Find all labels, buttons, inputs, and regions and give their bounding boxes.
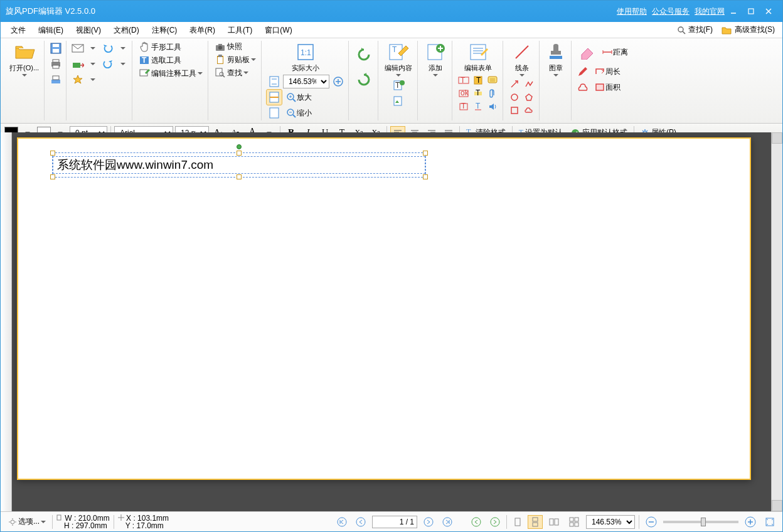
cloud-button[interactable] xyxy=(523,104,535,117)
website-link[interactable]: 我的官网 xyxy=(695,6,725,17)
fit-visible-button[interactable] xyxy=(267,105,282,120)
rotate-cw-button[interactable] xyxy=(353,68,375,91)
stamp-button[interactable]: 图章 xyxy=(543,41,568,78)
nav-forward-button[interactable] xyxy=(487,516,503,528)
square-button[interactable] xyxy=(508,104,521,117)
rotate-ccw-button[interactable] xyxy=(353,43,375,66)
add-image-button[interactable] xyxy=(392,93,407,109)
minimize-button[interactable] xyxy=(725,4,742,18)
find-button[interactable]: 查找(F) xyxy=(673,23,716,36)
text-content[interactable]: 系统软件园www.winwin7.com xyxy=(53,156,425,174)
resize-handle-nw[interactable] xyxy=(50,151,55,156)
area-button[interactable]: 面积 xyxy=(592,81,623,94)
prev-page-button[interactable] xyxy=(353,516,368,528)
page[interactable]: 系统软件园www.winwin7.com xyxy=(17,137,751,480)
circle-button[interactable] xyxy=(508,91,521,104)
arrow-button[interactable] xyxy=(508,78,521,90)
resize-handle-ne[interactable] xyxy=(423,151,428,156)
snapshot-button[interactable]: 快照 xyxy=(212,41,258,53)
help-link[interactable]: 使用帮助 xyxy=(617,6,647,17)
undo-button[interactable] xyxy=(100,41,115,56)
redo-dropdown[interactable] xyxy=(117,58,129,70)
select-tool-button[interactable]: T 选取工具 xyxy=(136,54,205,66)
menu-view[interactable]: 视图(V) xyxy=(70,23,107,38)
continuous-facing-button[interactable] xyxy=(566,516,582,528)
nav-back-button[interactable] xyxy=(469,516,484,528)
print-button[interactable] xyxy=(48,56,63,72)
zoom-slider[interactable] xyxy=(663,521,738,523)
attach-button[interactable] xyxy=(486,87,499,100)
next-page-button[interactable] xyxy=(421,516,436,528)
favorite-button[interactable] xyxy=(70,72,85,87)
page-input[interactable] xyxy=(372,516,417,528)
email-dropdown[interactable] xyxy=(87,42,99,55)
distance-button[interactable]: 距离 xyxy=(599,46,631,59)
text-box[interactable]: 系统软件园www.winwin7.com xyxy=(52,152,426,178)
form-text-button[interactable]: T xyxy=(457,74,470,87)
hand-tool-button[interactable]: 手形工具 xyxy=(136,41,205,53)
undo-dropdown[interactable] xyxy=(117,42,129,55)
scroll-up-button[interactable] xyxy=(772,132,782,144)
facing-button[interactable] xyxy=(546,516,562,528)
resize-handle-se[interactable] xyxy=(423,174,428,179)
resize-handle-s[interactable] xyxy=(237,174,242,179)
resize-handle-sw[interactable] xyxy=(50,174,55,179)
fit-button[interactable] xyxy=(762,516,777,528)
shape-button[interactable] xyxy=(575,80,590,95)
form-list-button[interactable]: T xyxy=(457,100,470,113)
clipboard-button[interactable]: 剪贴板 xyxy=(212,53,258,66)
advanced-find-button[interactable]: 高级查找(S) xyxy=(718,23,779,36)
menu-document[interactable]: 文档(D) xyxy=(107,23,146,38)
options-button[interactable]: 选项... xyxy=(6,515,48,528)
zoom-in-status-button[interactable] xyxy=(742,515,759,529)
single-page-button[interactable] xyxy=(511,516,525,528)
add-text-button[interactable]: T xyxy=(392,78,407,93)
pencil-button[interactable] xyxy=(575,64,590,79)
menu-tool[interactable]: 工具(T) xyxy=(221,23,258,38)
last-page-button[interactable] xyxy=(440,516,455,528)
export-dropdown[interactable] xyxy=(87,58,99,70)
status-zoom-combo[interactable]: 146.53% xyxy=(586,515,635,529)
zoom-in-button[interactable]: 放大 xyxy=(283,90,314,104)
maximize-button[interactable] xyxy=(742,4,760,18)
edit-content-button[interactable]: T 编辑内容 xyxy=(382,41,415,78)
export-button[interactable] xyxy=(70,56,85,72)
zoom-slider-thumb[interactable] xyxy=(701,518,706,526)
menu-edit[interactable]: 编辑(E) xyxy=(32,23,70,38)
edit-annotation-button[interactable]: 编辑注释工具 xyxy=(136,67,205,80)
eraser-button[interactable] xyxy=(575,41,598,63)
canvas[interactable]: 系统软件园www.winwin7.com xyxy=(12,132,771,511)
redo-button[interactable] xyxy=(100,56,115,72)
wechat-link[interactable]: 公众号服务 xyxy=(652,6,690,17)
fit-page-button[interactable] xyxy=(267,74,282,89)
resize-handle-n[interactable] xyxy=(237,151,242,156)
scroll-down-button[interactable] xyxy=(772,500,782,511)
open-button[interactable]: 打开(O)... xyxy=(7,41,41,78)
line-tool-button[interactable]: 线条 xyxy=(509,41,535,78)
rotate-handle[interactable] xyxy=(237,144,242,149)
favorite-dropdown[interactable] xyxy=(87,73,99,86)
form-radio-button[interactable]: ok xyxy=(457,87,470,100)
polyline-button[interactable] xyxy=(523,78,535,90)
zoom-out-status-button[interactable] xyxy=(643,515,659,529)
form-checkbox-button[interactable]: T xyxy=(472,74,484,87)
pentagon-button[interactable] xyxy=(523,91,535,104)
continuous-button[interactable] xyxy=(528,516,542,528)
email-button[interactable] xyxy=(70,41,85,56)
add-button[interactable]: 添加 xyxy=(422,41,449,78)
ribbon-find-button[interactable]: 查找 xyxy=(212,66,258,79)
edit-form-button[interactable]: 编辑表单 xyxy=(462,41,494,74)
zoom-combo[interactable]: 146.53% xyxy=(283,75,329,88)
zoom-plus-icon-button[interactable] xyxy=(331,74,346,89)
fit-width-button[interactable] xyxy=(267,90,282,105)
menu-window[interactable]: 窗口(W) xyxy=(258,23,298,38)
close-button[interactable] xyxy=(760,4,777,18)
menu-file[interactable]: 文件 xyxy=(4,23,32,38)
vertical-scrollbar[interactable] xyxy=(771,132,782,511)
note-button[interactable] xyxy=(486,74,499,87)
menu-annotation[interactable]: 注释(C) xyxy=(146,23,184,38)
first-page-button[interactable] xyxy=(334,516,349,528)
underline-text-button[interactable]: T xyxy=(472,100,484,113)
sound-button[interactable] xyxy=(486,100,499,113)
actual-size-button[interactable]: 1:1 实际大小 xyxy=(289,41,322,74)
